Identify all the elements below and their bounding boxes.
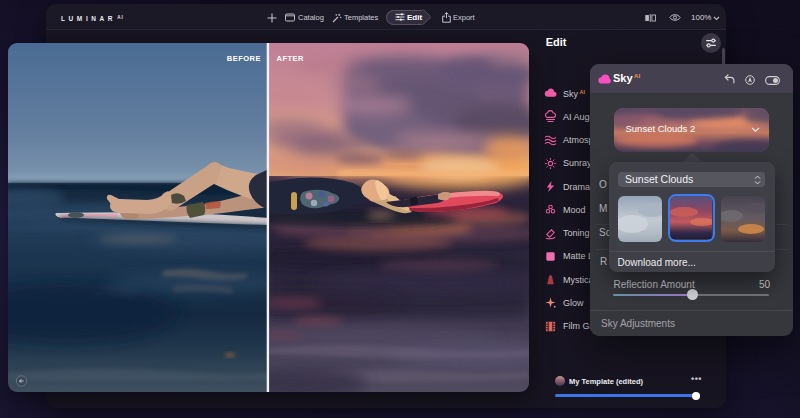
svg-text:AFTER: AFTER — [277, 54, 305, 63]
svg-text:BEFORE: BEFORE — [227, 54, 261, 63]
